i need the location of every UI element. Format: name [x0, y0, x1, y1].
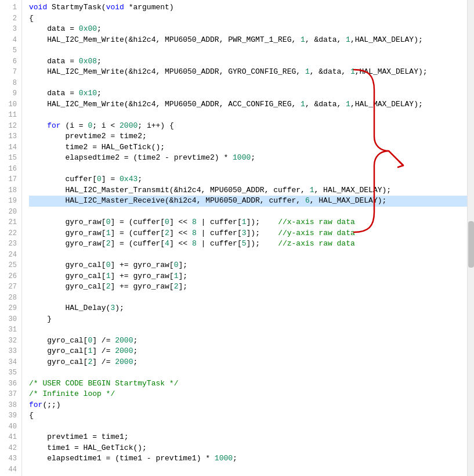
- line-number: 11: [5, 110, 17, 121]
- line-number: 38: [5, 400, 17, 411]
- line-number: 5: [5, 45, 17, 56]
- code-line: HAL_I2C_Mem_Write(&hi2c4, MPU6050_ADDR, …: [29, 35, 474, 46]
- code-line: [29, 421, 474, 432]
- code-area[interactable]: void StartmyTask(void *argument){ data =…: [22, 0, 474, 476]
- code-line: [29, 45, 474, 56]
- code-line: time1 = HAL_GetTick();: [29, 443, 474, 454]
- line-number: 26: [5, 271, 17, 282]
- line-number: 10: [5, 99, 17, 110]
- code-line: gyro_cal[0] /= 2000;: [29, 336, 474, 347]
- code-line: gyro_cal[1] += gyro_raw[1];: [29, 271, 474, 282]
- code-line: {: [29, 13, 474, 24]
- line-number: 4: [5, 35, 17, 46]
- code-line: gyro_raw[2] = (cuffer[4] << 8 | cuffer[5…: [29, 239, 474, 250]
- line-number: 33: [5, 346, 17, 357]
- line-number: 39: [5, 410, 17, 421]
- code-line: prevtime1 = time1;: [29, 432, 474, 443]
- line-number: 7: [5, 67, 17, 78]
- line-number: 27: [5, 282, 17, 293]
- line-number: 35: [5, 367, 17, 378]
- line-number: 31: [5, 324, 17, 336]
- line-number: 8: [5, 78, 17, 89]
- code-line: gyro_cal[2] /= 2000;: [29, 357, 474, 368]
- code-line: void StartmyTask(void *argument): [29, 2, 474, 13]
- line-number: 34: [5, 357, 17, 368]
- code-line: [29, 250, 474, 261]
- code-line: HAL_I2C_Mem_Write(&hi2c4, MPU6050_ADDR, …: [29, 67, 474, 78]
- code-line: HAL_Delay(3);: [29, 303, 474, 314]
- code-line: data = 0x00;: [29, 24, 474, 35]
- line-numbers: 1234567891011121314151617181920212223242…: [0, 0, 22, 476]
- editor-container: 1234567891011121314151617181920212223242…: [0, 0, 474, 476]
- code-line: elapsedtime2 = (time2 - prevtime2) * 100…: [29, 153, 474, 164]
- line-number: 20: [5, 207, 17, 218]
- line-number: 21: [5, 217, 17, 228]
- scrollbar-thumb[interactable]: [468, 221, 474, 268]
- scrollbar[interactable]: [467, 0, 474, 476]
- code-line: cuffer[0] = 0x43;: [29, 174, 474, 185]
- line-number: 29: [5, 303, 17, 314]
- line-number: 32: [5, 336, 17, 347]
- code-line: [29, 293, 474, 304]
- code-line: elapsedtime1 = (time1 - prevtime1) * 100…: [29, 453, 474, 464]
- code-line: gyro_cal[0] += gyro_raw[0];: [29, 260, 474, 271]
- line-number: 36: [5, 378, 17, 390]
- code-line: prevtime2 = time2;: [29, 131, 474, 142]
- line-number: 9: [5, 88, 17, 99]
- code-line: gyro_cal[2] += gyro_raw[2];: [29, 282, 474, 293]
- line-number: 44: [5, 464, 17, 475]
- line-number: 6: [5, 56, 17, 67]
- code-line: /* Infinite loop */: [29, 389, 474, 400]
- code-line: for (i = 0; i < 2000; i++) {: [29, 121, 474, 132]
- line-number: 17: [5, 174, 17, 185]
- code-line: HAL_I2C_Mem_Write(&hi2c4, MPU6050_ADDR, …: [29, 99, 474, 110]
- code-line: [29, 367, 474, 378]
- code-line: data = 0x10;: [29, 88, 474, 99]
- code-line: [29, 324, 474, 336]
- line-number: 16: [5, 164, 17, 175]
- code-line: gyro_raw[1] = (cuffer[2] << 8 | cuffer[3…: [29, 228, 474, 239]
- line-number: 13: [5, 131, 17, 142]
- code-line: }: [29, 314, 474, 325]
- line-number: 28: [5, 293, 17, 304]
- line-number: 42: [5, 443, 17, 454]
- code-line: data = 0x08;: [29, 56, 474, 67]
- code-line: /* USER CODE BEGIN StartmyTask */: [29, 378, 474, 390]
- code-line: [29, 78, 474, 89]
- line-number: 43: [5, 453, 17, 464]
- line-number: 25: [5, 260, 17, 271]
- code-line: HAL_I2C_Master_Transmit(&hi2c4, MPU6050_…: [29, 185, 474, 196]
- line-number: 19: [5, 196, 17, 207]
- line-number: 2: [5, 13, 17, 24]
- code-line: for(;;): [29, 400, 474, 411]
- line-number: 23: [5, 239, 17, 250]
- code-line: HAL_I2C_Master_Receive(&hi2c4, MPU6050_A…: [29, 196, 474, 207]
- code-line: gyro_raw[0] = (cuffer[0] << 8 | cuffer[1…: [29, 217, 474, 228]
- line-number: 30: [5, 314, 17, 325]
- line-number: 14: [5, 142, 17, 153]
- line-number: 15: [5, 153, 17, 164]
- code-line: [29, 164, 474, 175]
- line-number: 1: [5, 2, 17, 13]
- line-number: 37: [5, 389, 17, 400]
- code-line: [29, 464, 474, 475]
- line-number: 22: [5, 228, 17, 239]
- line-number: 12: [5, 121, 17, 132]
- code-line: [29, 207, 474, 218]
- line-number: 3: [5, 24, 17, 35]
- code-line: {: [29, 410, 474, 421]
- code-line: [29, 110, 474, 121]
- line-number: 18: [5, 185, 17, 196]
- code-line: gyro_cal[1] /= 2000;: [29, 346, 474, 357]
- line-number: 24: [5, 250, 17, 261]
- line-number: 40: [5, 421, 17, 432]
- line-number: 41: [5, 432, 17, 443]
- code-line: time2 = HAL_GetTick();: [29, 142, 474, 153]
